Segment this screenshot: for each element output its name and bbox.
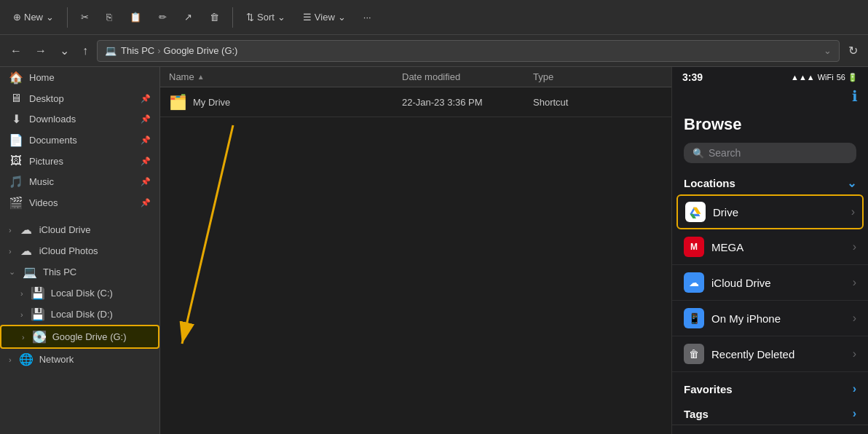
on-my-iphone-chevron: › [853,312,856,325]
phone-search-bar[interactable]: 🔍 Search [684,143,856,163]
location-item-icloud[interactable]: ☁ iCloud Drive › [672,265,868,301]
expand-gdrive-icon: › [22,333,25,342]
videos-icon: 🎬 [9,196,23,210]
locations-chevron[interactable]: ⌄ [847,176,856,190]
icloud-icon: ☁ [684,272,704,293]
drive-label: Drive [713,206,851,218]
col-date-header[interactable]: Date modified [393,71,524,82]
status-bar: 3:39 ▲▲▲ WiFi 56 🔋 [672,67,868,86]
tab-recents[interactable]: 🕐 Recents [672,431,738,434]
pin-icon-desktop: 📌 [141,94,151,103]
location-item-on-my-iphone[interactable]: 📱 On My iPhone › [672,301,868,336]
cut-icon: ✂ [81,12,89,23]
tags-header[interactable]: Tags › [672,400,868,425]
down-button[interactable]: ⌄ [55,41,74,60]
address-bar[interactable]: 💻 This PC › Google Drive (G:) ⌄ [97,40,840,62]
divider-1 [67,7,68,28]
content-area: Name ▲ Date modified Type 🗂️ My Drive 22… [160,67,671,434]
refresh-button[interactable]: ↻ [844,41,862,60]
new-chevron: ⌄ [46,12,54,23]
status-icons: ▲▲▲ WiFi 56 🔋 [791,73,858,82]
divider-2 [232,7,233,28]
pin-icon-downloads: 📌 [141,114,151,124]
local-disk-c-label: Local Disk (C:) [51,288,113,299]
paste-button[interactable]: 📋 [122,9,149,25]
google-drive-label: Google Drive (G:) [52,331,127,342]
sidebar-item-documents[interactable]: 📄 Documents 📌 [0,130,159,151]
back-button[interactable]: ← [6,42,26,60]
sidebar-item-music[interactable]: 🎵 Music 📌 [0,171,159,192]
sidebar-item-home[interactable]: 🏠 Home [0,67,159,88]
copy-icon: ⎘ [106,12,112,23]
sort-button[interactable]: ⇅ Sort ⌄ [239,9,293,25]
sidebar-item-downloads[interactable]: ⬇ Downloads 📌 [0,108,159,130]
location-item-drive[interactable]: Drive › [676,194,864,229]
expand-local-d-icon: › [20,310,23,319]
date-col-label: Date modified [402,71,460,82]
new-button[interactable]: ⊕ New ⌄ [6,9,61,25]
sidebar: 🏠 Home 🖥 Desktop 📌 ⬇ Downloads 📌 📄 Docum… [0,67,160,434]
col-name-header[interactable]: Name ▲ [160,71,393,82]
file-list: Name ▲ Date modified Type 🗂️ My Drive 22… [160,67,671,434]
tags-label: Tags [684,408,709,420]
tab-shared[interactable]: 👥 Shared [738,431,803,434]
tab-browse[interactable]: 📁 Browse [802,431,868,434]
expand-network-icon: › [9,355,12,364]
cut-button[interactable]: ✂ [74,9,96,25]
sidebar-item-icloud-photos[interactable]: › ☁ iCloud Photos [0,240,159,261]
view-button[interactable]: ☰ View ⌄ [296,9,353,25]
local-disk-d-icon: 💾 [31,307,45,321]
sidebar-item-videos[interactable]: 🎬 Videos 📌 [0,192,159,213]
pictures-label: Pictures [29,156,63,167]
sidebar-item-desktop[interactable]: 🖥 Desktop 📌 [0,88,159,108]
address-chevron[interactable]: ⌄ [824,45,832,56]
sidebar-item-network[interactable]: › 🌐 Network [0,349,159,370]
paste-icon: 📋 [130,12,141,23]
expand-local-c-icon: › [20,289,23,298]
file-row-my-drive[interactable]: 🗂️ My Drive 22-Jan-23 3:36 PM Shortcut [160,87,671,117]
search-icon: 🔍 [693,148,704,159]
file-name: My Drive [193,97,230,108]
expand-this-pc-icon: ⌄ [9,267,15,277]
documents-icon: 📄 [9,133,23,147]
pin-icon-documents: 📌 [141,135,151,145]
this-pc-crumb[interactable]: This PC [121,45,154,56]
sidebar-item-pictures[interactable]: 🖼 Pictures 📌 [0,151,159,171]
tags-section: Tags › [672,400,868,425]
location-item-recently-deleted[interactable]: 🗑 Recently Deleted › [672,336,868,372]
sep-1: › [157,45,160,56]
up-button[interactable]: ↑ [78,42,92,60]
icloud-drive-label: iCloud Drive [39,224,91,235]
info-icon[interactable]: ℹ [852,87,858,105]
recently-deleted-chevron: › [853,347,856,360]
forward-button[interactable]: → [31,42,51,60]
icloud-photos-label: iCloud Photos [39,245,98,256]
favorites-header[interactable]: Favorites › [672,375,868,400]
icloud-label: iCloud Drive [711,277,853,289]
delete-button[interactable]: 🗑 [202,9,226,25]
name-col-label: Name [169,71,194,82]
battery-icon: 56 🔋 [837,73,858,82]
sidebar-item-local-d[interactable]: › 💾 Local Disk (D:) [0,304,159,325]
locations-label: Locations [684,177,735,189]
local-disk-d-label: Local Disk (D:) [51,309,113,320]
col-type-header[interactable]: Type [524,71,612,82]
favorites-chevron: › [853,382,856,395]
search-placeholder: Search [709,147,741,159]
sidebar-item-icloud-drive[interactable]: › ☁ iCloud Drive [0,219,159,240]
more-button[interactable]: ··· [356,9,379,25]
share-button[interactable]: ↗ [177,9,200,25]
view-label: View [315,12,335,23]
copy-button[interactable]: ⎘ [99,9,119,25]
rename-button[interactable]: ✏ [151,9,174,25]
pictures-icon: 🖼 [9,154,23,167]
phone-bottom-bar: 🕐 Recents 👥 Shared 📁 Browse [672,425,868,434]
google-drive-crumb[interactable]: Google Drive (G:) [164,45,238,56]
folder-icon: 🗂️ [169,93,187,111]
sidebar-item-this-pc[interactable]: ⌄ 💻 This PC [0,261,159,283]
icloud-drive-icon: ☁ [19,223,33,237]
sidebar-item-google-drive[interactable]: › 💽 Google Drive (G:) [0,325,159,349]
location-item-mega[interactable]: M MEGA › [672,229,868,265]
sidebar-item-local-c[interactable]: › 💾 Local Disk (C:) [0,283,159,304]
downloads-label: Downloads [29,114,76,125]
